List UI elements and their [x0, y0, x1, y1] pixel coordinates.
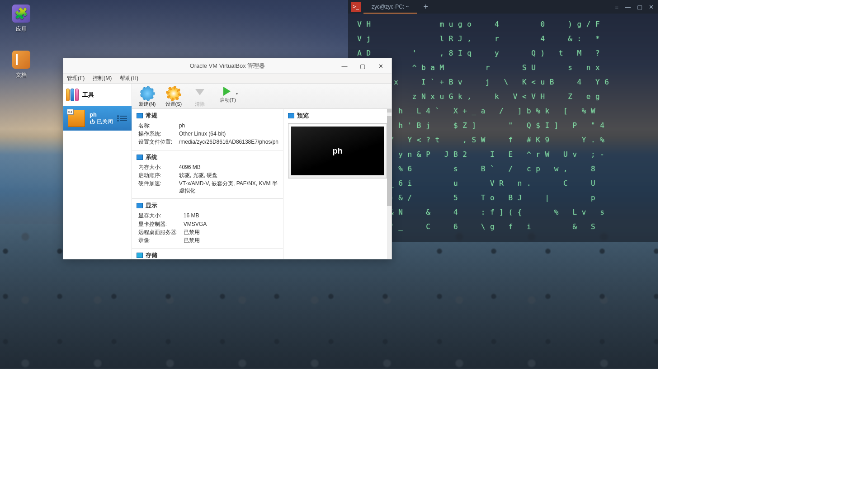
- section-general[interactable]: 常规 名称:ph 操作系统:Other Linux (64-bit) 设置文件位…: [132, 109, 283, 150]
- desktop: 🧩 应用 文档 >_ zyc@zyc-PC: ~ + ≡ — ▢ ✕ V H m…: [0, 0, 658, 369]
- minimize-icon[interactable]: —: [625, 4, 631, 10]
- terminal-tab[interactable]: zyc@zyc-PC: ~: [363, 0, 417, 14]
- tools-label: 工具: [82, 91, 94, 99]
- display-icon: [137, 203, 143, 208]
- close-icon[interactable]: ✕: [649, 4, 654, 10]
- window-titlebar[interactable]: Oracle VM VirtualBox 管理器 — ▢ ✕: [63, 58, 392, 74]
- gear-icon: [167, 87, 180, 100]
- menu-manage[interactable]: 管理(F): [67, 75, 85, 82]
- settings-button[interactable]: 设置(S): [162, 87, 185, 108]
- preview-icon: [288, 113, 294, 118]
- preview-pane: 预览 ph: [283, 109, 392, 259]
- vm-list-pane: 工具 ph ⏻已关闭: [63, 84, 132, 259]
- vm-state: 已关闭: [97, 118, 113, 126]
- section-system[interactable]: 系统 内存大小:4096 MB 启动顺序:软驱, 光驱, 硬盘 硬件加速:VT-…: [132, 150, 283, 199]
- main-toolbar: 新建(N) 设置(S) 清除 启动(T): [132, 84, 392, 109]
- desktop-icon-docs[interactable]: 文档: [5, 51, 37, 79]
- maximize-button[interactable]: ▢: [354, 58, 372, 74]
- discard-button: 清除: [188, 86, 212, 108]
- desktop-icon-label: 应用: [5, 25, 37, 33]
- chip-icon: [137, 155, 143, 160]
- folder-icon: [12, 51, 30, 69]
- vm-name: ph: [90, 111, 113, 118]
- desktop-icon-label: 文档: [5, 71, 37, 79]
- preview-frame: ph: [288, 123, 387, 178]
- section-display[interactable]: 显示 显存大小:16 MB 显卡控制器:VMSVGA 远程桌面服务器:已禁用 录…: [132, 199, 283, 249]
- vm-os-icon: [68, 110, 85, 127]
- terminal-tabbar: >_ zyc@zyc-PC: ~ + ≡ — ▢ ✕: [348, 0, 658, 14]
- vm-list-item[interactable]: ph ⏻已关闭: [63, 106, 132, 131]
- terminal-new-tab[interactable]: +: [417, 2, 435, 12]
- terminal-output[interactable]: V H m u g o 4 0 ) g / F V j l R J , r 4 …: [348, 14, 658, 238]
- play-icon: [223, 87, 235, 96]
- new-button[interactable]: 新建(N): [136, 87, 159, 108]
- scrollbar[interactable]: [387, 109, 392, 259]
- minimize-button[interactable]: —: [335, 58, 354, 74]
- menu-bar: 管理(F) 控制(M) 帮助(H): [63, 74, 392, 84]
- vm-menu-button[interactable]: [120, 116, 127, 121]
- power-icon: ⏻: [90, 119, 95, 125]
- menu-help[interactable]: 帮助(H): [120, 75, 138, 82]
- apps-icon: 🧩: [12, 5, 30, 23]
- virtualbox-window: Oracle VM VirtualBox 管理器 — ▢ ✕ 管理(F) 控制(…: [63, 58, 392, 259]
- terminal-app-icon: >_: [351, 2, 361, 12]
- close-button[interactable]: ✕: [372, 58, 390, 74]
- down-arrow-icon: [195, 89, 204, 100]
- tools-row[interactable]: 工具: [63, 84, 132, 106]
- desktop-icon-apps[interactable]: 🧩 应用: [5, 5, 37, 33]
- hamburger-icon[interactable]: ≡: [615, 4, 618, 10]
- tools-icon: [66, 89, 79, 101]
- start-button[interactable]: 启动(T): [214, 87, 241, 108]
- new-icon: [141, 87, 154, 100]
- storage-icon: [137, 253, 143, 258]
- window-title: Oracle VM VirtualBox 管理器: [190, 62, 265, 70]
- maximize-icon[interactable]: ▢: [637, 4, 642, 10]
- terminal-window: >_ zyc@zyc-PC: ~ + ≡ — ▢ ✕ V H m u g o 4…: [348, 0, 658, 242]
- section-storage[interactable]: 存储: [132, 249, 283, 259]
- menu-control[interactable]: 控制(M): [93, 75, 112, 82]
- preview-screen: ph: [291, 127, 384, 175]
- monitor-icon: [137, 113, 143, 118]
